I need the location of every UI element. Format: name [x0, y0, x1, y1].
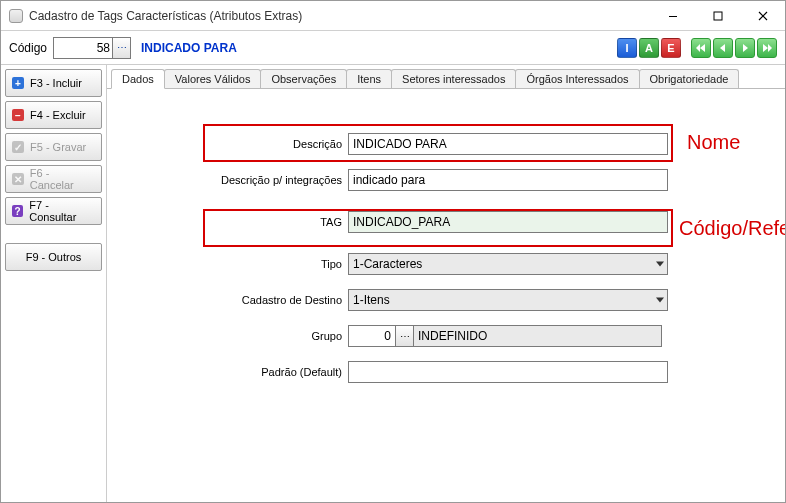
tipo-label: Tipo	[123, 258, 348, 270]
svg-rect-1	[714, 12, 722, 20]
tag-label: TAG	[123, 216, 348, 228]
grupo-code-input[interactable]	[348, 325, 396, 347]
window-controls	[650, 2, 785, 30]
codigo-input[interactable]	[54, 38, 112, 58]
tab-bar: Dados Valores Válidos Observações Itens …	[107, 65, 785, 89]
descricao-input[interactable]	[348, 133, 668, 155]
annotation-text-nome: Nome	[687, 131, 740, 154]
tab-itens[interactable]: Itens	[346, 69, 392, 88]
destino-label: Cadastro de Destino	[123, 294, 348, 306]
outros-label: F9 - Outros	[26, 251, 82, 263]
excluir-label: F4 - Excluir	[30, 109, 86, 121]
nav-prev-button[interactable]	[713, 38, 733, 58]
tab-setores[interactable]: Setores interessados	[391, 69, 516, 88]
tab-observacoes[interactable]: Observações	[260, 69, 347, 88]
excluir-button[interactable]: − F4 - Excluir	[5, 101, 102, 129]
destino-select[interactable]	[348, 289, 668, 311]
close-button[interactable]	[740, 2, 785, 30]
svg-rect-0	[669, 16, 677, 17]
cancelar-button: ✕ F6 - Cancelar	[5, 165, 102, 193]
tipo-select[interactable]	[348, 253, 668, 275]
desc-int-input[interactable]	[348, 169, 668, 191]
consultar-label: F7 - Consultar	[29, 199, 95, 223]
x-icon: ✕	[12, 173, 24, 185]
tab-valores[interactable]: Valores Válidos	[164, 69, 262, 88]
delete-action-button[interactable]: E	[661, 38, 681, 58]
plus-icon: +	[12, 77, 24, 89]
minus-icon: −	[12, 109, 24, 121]
gravar-button: ✓ F5 - Gravar	[5, 133, 102, 161]
consultar-button[interactable]: ? F7 - Consultar	[5, 197, 102, 225]
desc-int-label: Descrição p/ integrações	[123, 174, 348, 186]
toolbar: Código ⋯ INDICADO PARA I A E	[1, 31, 785, 65]
row-desc-int: Descrição p/ integrações	[123, 169, 769, 191]
codigo-lookup-button[interactable]: ⋯	[112, 38, 130, 58]
row-tag: TAG	[123, 211, 769, 233]
outros-button[interactable]: F9 - Outros	[5, 243, 102, 271]
tag-input[interactable]	[348, 211, 668, 233]
check-icon: ✓	[12, 141, 24, 153]
window-title: Cadastro de Tags Características (Atribu…	[29, 9, 650, 23]
nav-next-button[interactable]	[735, 38, 755, 58]
maximize-button[interactable]	[695, 2, 740, 30]
info-button[interactable]: I	[617, 38, 637, 58]
tab-obrigatoriedade[interactable]: Obrigatoriedade	[639, 69, 740, 88]
row-grupo: Grupo ⋯ INDEFINIDO	[123, 325, 769, 347]
row-descricao: Descrição	[123, 133, 769, 155]
record-nav	[691, 38, 777, 58]
app-icon	[9, 9, 23, 23]
annotation-text-codigo: Código/Referência	[679, 217, 786, 240]
cancelar-label: F6 - Cancelar	[30, 167, 95, 191]
row-padrao: Padrão (Default)	[123, 361, 769, 383]
row-destino: Cadastro de Destino	[123, 289, 769, 311]
grupo-label: Grupo	[123, 330, 348, 342]
codigo-label: Código	[9, 41, 47, 55]
titlebar: Cadastro de Tags Características (Atribu…	[1, 1, 785, 31]
nav-last-button[interactable]	[757, 38, 777, 58]
main-area: + F3 - Incluir − F4 - Excluir ✓ F5 - Gra…	[1, 65, 785, 502]
entity-title: INDICADO PARA	[141, 41, 617, 55]
form-area: Descrição Descrição p/ integrações TAG T…	[107, 89, 785, 383]
content-area: Dados Valores Válidos Observações Itens …	[107, 65, 785, 502]
minimize-button[interactable]	[650, 2, 695, 30]
row-tipo: Tipo	[123, 253, 769, 275]
gravar-label: F5 - Gravar	[30, 141, 86, 153]
tab-dados[interactable]: Dados	[111, 69, 165, 89]
grupo-display: INDEFINIDO	[414, 325, 662, 347]
padrao-label: Padrão (Default)	[123, 366, 348, 378]
codigo-field-wrap: ⋯	[53, 37, 131, 59]
action-buttons: I A E	[617, 38, 681, 58]
descricao-label: Descrição	[123, 138, 348, 150]
grupo-lookup-button[interactable]: ⋯	[396, 325, 414, 347]
tab-orgaos[interactable]: Órgãos Interessados	[515, 69, 639, 88]
incluir-label: F3 - Incluir	[30, 77, 82, 89]
nav-first-button[interactable]	[691, 38, 711, 58]
question-icon: ?	[12, 205, 23, 217]
sidebar: + F3 - Incluir − F4 - Excluir ✓ F5 - Gra…	[1, 65, 107, 502]
add-action-button[interactable]: A	[639, 38, 659, 58]
incluir-button[interactable]: + F3 - Incluir	[5, 69, 102, 97]
padrao-input[interactable]	[348, 361, 668, 383]
